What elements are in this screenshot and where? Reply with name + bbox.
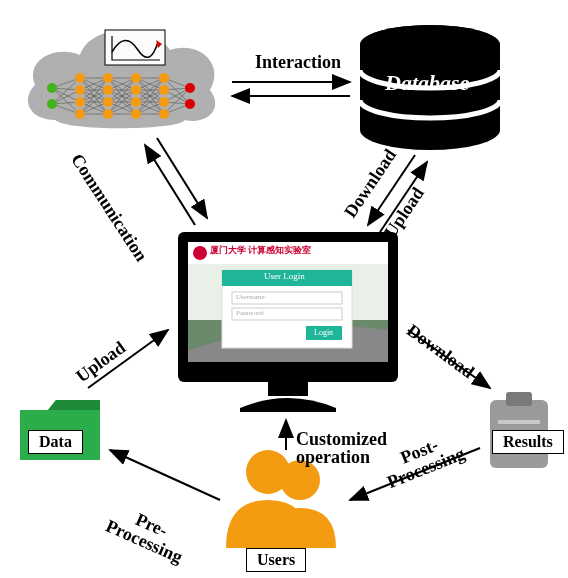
monitor-header: 厦门大学 计算感知实验室 <box>210 244 311 257</box>
svg-point-78 <box>131 85 141 95</box>
svg-rect-111 <box>506 392 532 406</box>
svg-point-76 <box>103 109 113 119</box>
cloud-node <box>28 30 215 128</box>
customized-op-label: Customizedoperation <box>296 430 387 466</box>
svg-point-71 <box>75 97 85 107</box>
data-label: Data <box>28 430 83 454</box>
svg-point-67 <box>47 83 57 93</box>
password-placeholder: Password: <box>236 309 265 317</box>
svg-point-77 <box>131 73 141 83</box>
login-button-label: Login <box>314 328 333 337</box>
svg-point-88 <box>360 25 500 65</box>
svg-point-86 <box>185 99 195 109</box>
interaction-arrows <box>232 82 350 96</box>
username-placeholder: Username: <box>236 293 266 301</box>
communication-arrows <box>145 138 207 225</box>
svg-point-82 <box>159 85 169 95</box>
database-label: Database <box>385 70 469 96</box>
results-label: Results <box>492 430 564 454</box>
monitor-node <box>178 232 398 412</box>
users-label: Users <box>246 548 306 572</box>
svg-point-80 <box>131 109 141 119</box>
interaction-label: Interaction <box>255 52 341 73</box>
svg-point-74 <box>103 85 113 95</box>
svg-point-69 <box>75 73 85 83</box>
svg-point-101 <box>193 246 207 260</box>
svg-point-84 <box>159 109 169 119</box>
svg-point-72 <box>75 109 85 119</box>
svg-rect-112 <box>498 420 540 424</box>
svg-point-85 <box>185 83 195 93</box>
svg-point-73 <box>103 73 113 83</box>
pre-processing-arrow <box>110 450 220 500</box>
svg-point-116 <box>246 450 290 494</box>
svg-line-118 <box>110 450 220 500</box>
login-title: User Login <box>264 271 305 281</box>
svg-point-68 <box>47 99 57 109</box>
svg-point-81 <box>159 73 169 83</box>
svg-point-79 <box>131 97 141 107</box>
svg-point-83 <box>159 97 169 107</box>
svg-point-75 <box>103 97 113 107</box>
svg-rect-107 <box>268 382 308 396</box>
svg-point-70 <box>75 85 85 95</box>
